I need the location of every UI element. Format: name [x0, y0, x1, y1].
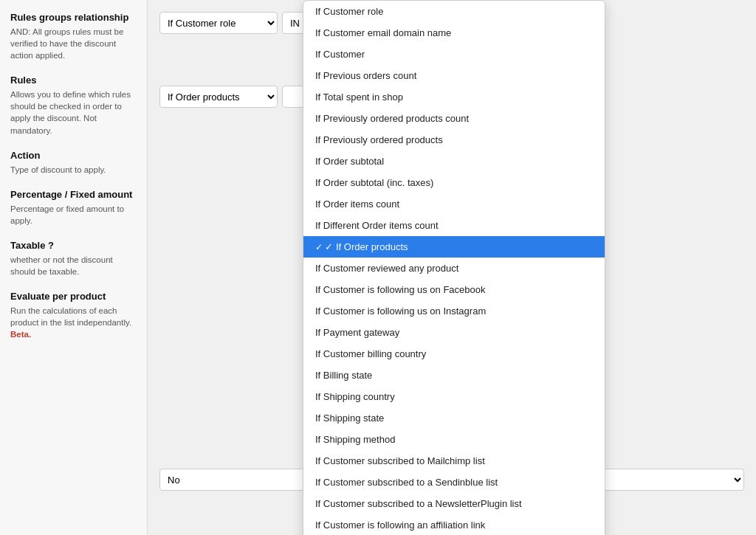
sidebar: Rules groups relationshipAND: All groups… [0, 0, 148, 535]
sidebar-section-title: Action [10, 150, 137, 161]
dropdown-item[interactable]: If Order items count [303, 193, 605, 215]
main-content: If Customer role IN AuthorContributorSub… [148, 0, 756, 535]
sidebar-section-title: Taxable ? [10, 240, 137, 251]
condition-dropdown: If Customer roleIf Customer email domain… [303, 0, 605, 535]
sidebar-section-evaluate-per-product: Evaluate per productRun the calculations… [10, 291, 137, 340]
dropdown-item[interactable]: If Customer is following us on Instagram [303, 300, 605, 322]
sidebar-section-title: Percentage / Fixed amount [10, 189, 137, 200]
dropdown-item[interactable]: If Billing state [303, 365, 605, 386]
sidebar-section-title: Evaluate per product [10, 291, 137, 302]
dropdown-item[interactable]: If Customer is following an affiliation … [303, 514, 605, 535]
sidebar-section-description: Type of discount to apply. [10, 164, 137, 176]
dropdown-item[interactable]: If Shipping state [303, 407, 605, 429]
sidebar-section-taxable: Taxable ?whether or not the discount sho… [10, 240, 137, 277]
beta-label: Beta. [10, 330, 31, 339]
dropdown-item[interactable]: If Customer subscribed to a Sendinblue l… [303, 472, 605, 493]
rule-condition-select-2[interactable]: If Order products [159, 86, 278, 108]
sidebar-section-description: Run the calculations of each product in … [10, 305, 137, 340]
dropdown-item[interactable]: If Customer is following us on Facebook [303, 279, 605, 300]
dropdown-item[interactable]: If Previously ordered products count [303, 108, 605, 129]
rule-condition-select-1[interactable]: If Customer role [159, 12, 278, 34]
sidebar-section-title: Rules [10, 75, 137, 86]
dropdown-item[interactable]: If Order subtotal [303, 151, 605, 172]
dropdown-item[interactable]: If Customer subscribed to a NewsletterPl… [303, 493, 605, 514]
dropdown-item[interactable]: If Shipping country [303, 386, 605, 407]
sidebar-section-description: AND: All groups rules must be verified t… [10, 26, 137, 61]
sidebar-section-rules: RulesAllows you to define which rules sh… [10, 75, 137, 136]
dropdown-item[interactable]: If Previously ordered products [303, 129, 605, 151]
sidebar-section-action: ActionType of discount to apply. [10, 150, 137, 176]
dropdown-item[interactable]: ✓ If Order products [303, 236, 605, 258]
dropdown-item[interactable]: If Different Order items count [303, 215, 605, 236]
sidebar-section-description: Allows you to define which rules should … [10, 89, 137, 136]
sidebar-section-title: Rules groups relationship [10, 12, 137, 23]
sidebar-section-description: whether or not the discount should be ta… [10, 254, 137, 277]
dropdown-item[interactable]: If Customer reviewed any product [303, 258, 605, 279]
dropdown-item[interactable]: If Customer billing country [303, 343, 605, 365]
sidebar-section-percentage-fixed: Percentage / Fixed amountPercentage or f… [10, 189, 137, 227]
sidebar-section-rules-groups-relationship: Rules groups relationshipAND: All groups… [10, 12, 137, 61]
dropdown-item[interactable]: If Customer subscribed to Mailchimp list [303, 450, 605, 472]
dropdown-item[interactable]: If Customer role [303, 1, 605, 22]
dropdown-item[interactable]: If Customer [303, 44, 605, 65]
dropdown-item[interactable]: If Order subtotal (inc. taxes) [303, 172, 605, 193]
dropdown-item[interactable]: If Customer email domain name [303, 22, 605, 44]
sidebar-section-description: Percentage or fixed amount to apply. [10, 203, 137, 227]
dropdown-item[interactable]: If Total spent in shop [303, 86, 605, 108]
dropdown-item[interactable]: If Payment gateway [303, 322, 605, 343]
dropdown-item[interactable]: If Shipping method [303, 429, 605, 450]
dropdown-item[interactable]: If Previous orders count [303, 65, 605, 86]
